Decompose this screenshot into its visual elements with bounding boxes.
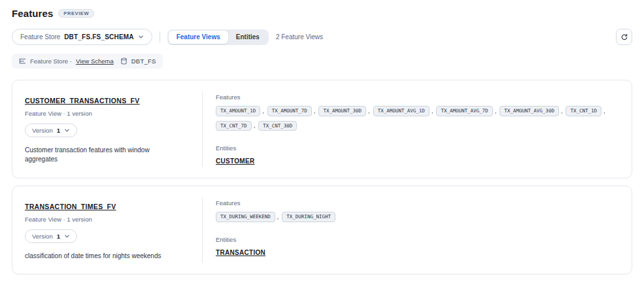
page-header: Features PREVIEW	[12, 8, 632, 19]
card-summary: TRANSACTION_TIMES_FV Feature View · 1 ve…	[12, 186, 202, 274]
schema-icon	[19, 58, 26, 65]
version-value: 1	[57, 127, 60, 134]
feature-view-subtitle: Feature View · 1 version	[25, 110, 189, 117]
feature-chip-item: TX_AMOUNT_7D,	[267, 106, 319, 116]
chip-separator: ,	[254, 122, 256, 129]
chip-separator: ,	[262, 108, 264, 114]
feature-chip-list: TX_AMOUNT_1D,TX_AMOUNT_7D,TX_AMOUNT_30D,…	[216, 106, 619, 131]
chip-separator: ,	[561, 108, 563, 114]
feature-chip: TX_AMOUNT_AVG_7D	[436, 106, 492, 116]
feature-view-title-link[interactable]: CUSTOMER_TRANSACTIONS_FV	[25, 97, 140, 105]
entities-section-label: Entities	[216, 236, 619, 243]
feature-chip-item: TX_CNT_30D,	[258, 121, 297, 131]
feature-view-description: Customer transaction features with windo…	[25, 146, 178, 163]
chip-separator: ,	[368, 108, 370, 114]
feature-chip-item: TX_AMOUNT_AVG_7D,	[436, 106, 500, 116]
feature-chip-item: TX_AMOUNT_AVG_1D,	[373, 106, 437, 116]
feature-chip-item: TX_CNT_1D,	[566, 106, 608, 116]
feature-view-card-customer-transactions: CUSTOMER_TRANSACTIONS_FV Feature View · …	[12, 80, 632, 178]
toolbar: Feature Store DBT_FS.FS_SCHEMA Feature V…	[12, 29, 632, 45]
chip-separator: ,	[603, 108, 605, 114]
feature-store-value: DBT_FS.FS_SCHEMA	[64, 33, 134, 41]
feature-view-title-link[interactable]: TRANSACTION_TIMES_FV	[25, 203, 116, 210]
refresh-button[interactable]	[616, 29, 632, 45]
chip-separator: ,	[432, 108, 433, 114]
feature-view-description: classification of date times for nights …	[25, 252, 178, 261]
chip-separator: ,	[277, 214, 279, 220]
entity-link[interactable]: CUSTOMER	[216, 157, 254, 165]
tab-entities[interactable]: Entities	[228, 31, 267, 44]
entities-section: Entities TRANSACTION	[216, 236, 619, 256]
entity-link-list: TRANSACTION	[216, 249, 619, 256]
preview-badge: PREVIEW	[58, 9, 94, 18]
feature-view-card-transaction-times: TRANSACTION_TIMES_FV Feature View · 1 ve…	[12, 186, 632, 274]
chip-separator: ,	[314, 108, 316, 114]
feature-chip: TX_AMOUNT_AVG_30D	[500, 106, 559, 116]
tab-feature-views[interactable]: Feature Views	[169, 31, 228, 44]
card-details: Features TX_DURING_WEEKEND,TX_DURING_NIG…	[203, 186, 632, 274]
entities-section-label: Entities	[216, 144, 619, 152]
database-name: DBT_FS	[131, 58, 156, 65]
card-details: Features TX_AMOUNT_1D,TX_AMOUNT_7D,TX_AM…	[203, 80, 632, 178]
feature-view-list: CUSTOMER_TRANSACTIONS_FV Feature View · …	[12, 80, 632, 274]
feature-chip: TX_AMOUNT_1D	[216, 106, 260, 116]
chevron-down-icon	[138, 34, 144, 40]
feature-view-subtitle: Feature View · 1 version	[25, 216, 189, 223]
refresh-icon	[620, 33, 628, 41]
feature-chip: TX_DURING_NIGHT	[282, 212, 335, 222]
feature-views-count: 2 Feature Views	[276, 33, 323, 41]
feature-chip-item: TX_DURING_NIGHT,	[282, 212, 335, 222]
version-select[interactable]: Version 1	[25, 229, 77, 243]
feature-store-label: Feature Store	[20, 33, 60, 41]
feature-chip-item: TX_AMOUNT_30D,	[318, 106, 373, 116]
feature-chip: TX_DURING_WEEKEND	[216, 212, 275, 222]
features-section-label: Features	[216, 199, 619, 207]
chevron-down-icon	[64, 127, 70, 133]
version-value: 1	[57, 233, 60, 240]
feature-chip-list: TX_DURING_WEEKEND,TX_DURING_NIGHT,	[216, 212, 619, 222]
feature-chip: TX_AMOUNT_30D	[318, 106, 366, 116]
page-title: Features	[12, 8, 53, 19]
database-icon	[120, 58, 127, 65]
feature-chip-item: TX_DURING_WEEKEND,	[216, 212, 282, 222]
feature-chip: TX_AMOUNT_7D	[267, 106, 312, 116]
card-summary: CUSTOMER_TRANSACTIONS_FV Feature View · …	[12, 80, 202, 178]
entity-link-list: CUSTOMER	[216, 157, 619, 165]
feature-store-select[interactable]: Feature Store DBT_FS.FS_SCHEMA	[12, 29, 152, 45]
feature-chip: TX_CNT_1D	[566, 106, 602, 116]
version-label: Version	[32, 233, 53, 240]
view-tabs: Feature Views Entities	[167, 29, 269, 45]
chevron-down-icon	[64, 233, 70, 239]
feature-chip: TX_CNT_30D	[258, 121, 297, 131]
chip-separator: ,	[495, 108, 497, 114]
version-select[interactable]: Version 1	[25, 124, 77, 137]
view-schema-link[interactable]: View Schema	[76, 58, 114, 65]
breadcrumb: Feature Store · View Schema DBT_FS	[12, 54, 163, 69]
feature-chip-item: TX_AMOUNT_1D,	[216, 106, 267, 116]
feature-chip: TX_CNT_7D	[216, 121, 252, 131]
features-page: Features PREVIEW Feature Store DBT_FS.FS…	[0, 0, 644, 282]
feature-chip-item: TX_CNT_7D,	[216, 121, 258, 131]
features-section-label: Features	[216, 93, 619, 101]
feature-chip-item: TX_AMOUNT_AVG_30D,	[500, 106, 566, 116]
entity-link[interactable]: TRANSACTION	[216, 249, 265, 256]
breadcrumb-prefix: Feature Store ·	[30, 58, 72, 65]
toolbar-divider	[160, 31, 160, 42]
entities-section: Entities CUSTOMER	[216, 144, 619, 165]
feature-chip: TX_AMOUNT_AVG_1D	[373, 106, 430, 116]
version-label: Version	[32, 127, 53, 134]
